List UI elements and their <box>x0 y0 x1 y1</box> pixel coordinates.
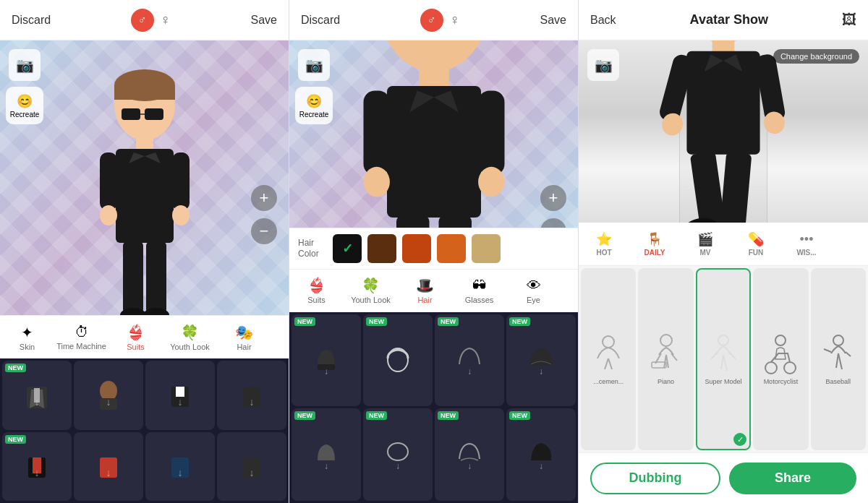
middle-item-8[interactable]: NEW ↓ <box>506 408 576 501</box>
wish-icon: ••• <box>800 232 814 247</box>
middle-item-3[interactable]: NEW ↓ <box>435 314 504 407</box>
middle-recreate-button[interactable]: 😊 Recreate <box>295 87 333 124</box>
middle-zoom-in-button[interactable]: + <box>540 185 566 211</box>
left-zoom-out-button[interactable]: − <box>251 218 277 244</box>
left-camera-button[interactable]: 📷 <box>9 49 41 81</box>
middle-items-grid: NEW ↓ NEW NEW ↓ NEW <box>289 312 578 504</box>
cat-mv[interactable]: 🎬 MV <box>680 223 731 265</box>
svg-text:↓: ↓ <box>250 467 255 478</box>
middle-new-6: NEW <box>366 411 387 420</box>
left-item-8[interactable]: ↓ <box>217 432 286 502</box>
pose-motorcyclist[interactable]: ↓ Motorcyclist <box>753 268 808 450</box>
middle-tab-youth-look[interactable]: 🍀 Youth Look <box>344 270 398 312</box>
item-suit-3-icon: ↓ <box>164 379 196 411</box>
right-avatar-character <box>644 40 803 208</box>
cat-wish[interactable]: ••• WIS... <box>781 223 832 265</box>
middle-item-7[interactable]: NEW ↓ <box>435 408 504 501</box>
middle-camera-button[interactable]: 📷 <box>298 49 330 81</box>
middle-tab-youth-look-label: Youth Look <box>351 296 391 304</box>
new-badge-5: NEW <box>5 435 26 444</box>
left-panel: Discard ♂ ♀ Save 📷 😊 Recreate <box>0 0 289 503</box>
left-item-5[interactable]: NEW ↓ <box>2 432 72 502</box>
middle-discard-button[interactable]: Discard <box>301 14 340 27</box>
cat-fun[interactable]: 💊 FUN <box>731 223 781 265</box>
item-suit-7-icon: ↓ <box>164 450 196 482</box>
pose-piano[interactable]: Piano <box>638 268 693 450</box>
hair-color-orange[interactable] <box>437 234 466 263</box>
hair-icon: 🎭 <box>235 324 253 341</box>
svg-point-117 <box>833 335 843 345</box>
back-button[interactable]: Back <box>590 14 616 27</box>
hair-color-auburn[interactable] <box>402 234 431 263</box>
middle-tab-glasses[interactable]: 🕶 Glasses <box>452 270 506 312</box>
left-item-6[interactable]: ↓ <box>74 432 143 502</box>
middle-item-6[interactable]: NEW ↓ <box>363 408 433 501</box>
svg-rect-2 <box>114 85 175 100</box>
middle-new-7: NEW <box>438 411 459 420</box>
item-suit-5-icon: ↓ <box>21 450 53 482</box>
hair-item-8: ↓ <box>525 439 557 470</box>
svg-line-109 <box>711 352 718 359</box>
pose-placement[interactable]: ...cemen... <box>581 268 636 450</box>
middle-item-4[interactable]: NEW ↓ <box>506 314 576 407</box>
pose-baseball-label: Baseball <box>825 378 853 385</box>
hair-color-black[interactable] <box>333 234 362 263</box>
screenshot-button[interactable]: 🖼 <box>842 12 856 28</box>
left-item-3[interactable]: ↓ <box>145 361 215 430</box>
svg-marker-10 <box>119 152 145 243</box>
left-recreate-button[interactable]: 😊 Recreate <box>6 87 43 124</box>
middle-recreate-label: Recreate <box>299 111 329 119</box>
left-item-4[interactable]: ↓ <box>217 361 286 430</box>
cat-fun-label: FUN <box>749 249 764 257</box>
middle-tab-eye[interactable]: 👁 Eye <box>506 270 561 312</box>
left-discard-button[interactable]: Discard <box>12 14 51 27</box>
dubbing-button[interactable]: Dubbing <box>590 463 720 494</box>
share-button[interactable]: Share <box>729 463 856 494</box>
left-item-1[interactable]: NEW ↓ <box>2 361 72 430</box>
middle-tab-suits[interactable]: 👙 Suits <box>289 270 344 312</box>
middle-male-icon[interactable]: ♂ <box>420 9 443 32</box>
svg-text:↓: ↓ <box>250 396 255 408</box>
skin-icon: ✦ <box>21 324 33 341</box>
svg-line-111 <box>721 355 723 369</box>
daily-icon: 🪑 <box>647 231 663 247</box>
svg-line-118 <box>824 349 831 352</box>
male-icon[interactable]: ♂ <box>131 9 154 32</box>
svg-text:↓: ↓ <box>106 396 111 408</box>
left-avatar-character <box>72 48 217 315</box>
change-bg-button[interactable]: Change background <box>773 49 859 64</box>
hair-item-5: ↓ <box>310 439 342 470</box>
middle-female-icon[interactable]: ♀ <box>449 12 460 28</box>
hair-color-blonde[interactable] <box>472 234 501 263</box>
tab-hair[interactable]: 🎭 Hair <box>217 316 271 358</box>
female-icon[interactable]: ♀ <box>160 12 171 28</box>
cat-mv-label: MV <box>700 249 711 257</box>
middle-save-button[interactable]: Save <box>540 14 566 27</box>
right-camera-button[interactable]: 📷 <box>587 49 619 81</box>
left-item-2[interactable]: ↓ <box>74 361 143 430</box>
pose-super-model[interactable]: ✓ Super Model <box>696 268 751 450</box>
middle-recreate-icon: 😊 <box>306 93 322 109</box>
middle-item-5[interactable]: NEW ↓ <box>292 408 361 501</box>
cat-hot[interactable]: ⭐ HOT <box>579 223 629 265</box>
svg-rect-60 <box>363 90 389 175</box>
left-item-7[interactable]: ↓ <box>145 432 215 502</box>
tab-skin[interactable]: ✦ Skin <box>0 316 54 358</box>
hair-color-brown[interactable] <box>367 234 396 263</box>
tab-suits[interactable]: 👙 Suits <box>109 316 163 358</box>
tab-time-machine[interactable]: ⏱ Time Machine <box>54 316 109 358</box>
svg-line-120 <box>836 353 838 368</box>
middle-item-1[interactable]: NEW ↓ <box>292 314 361 407</box>
recreate-icon: 😊 <box>17 93 33 109</box>
mv-icon: 🎬 <box>697 231 713 247</box>
tab-skin-label: Skin <box>20 343 35 351</box>
middle-tab-glasses-label: Glasses <box>465 296 494 304</box>
cat-daily[interactable]: 🪑 DAILY <box>629 223 680 265</box>
tab-youth-look[interactable]: 🍀 Youth Look <box>163 316 217 358</box>
left-zoom-in-button[interactable]: + <box>251 185 277 211</box>
pose-baseball[interactable]: ↓ Baseball <box>811 268 866 450</box>
middle-tab-hair[interactable]: 🎩 Hair <box>398 270 452 312</box>
left-save-button[interactable]: Save <box>251 14 277 27</box>
svg-line-110 <box>729 352 736 359</box>
middle-item-2[interactable]: NEW <box>363 314 433 407</box>
